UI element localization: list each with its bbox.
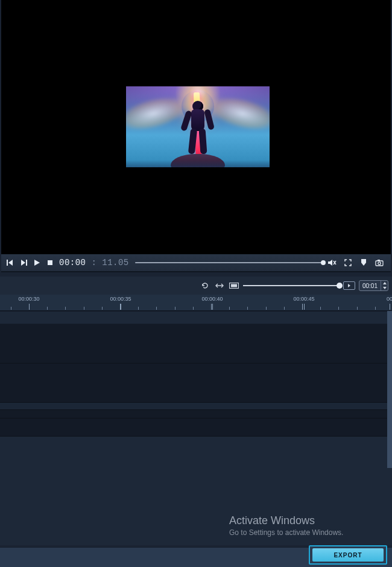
marker-down-button[interactable] — [358, 257, 369, 268]
svg-marker-9 — [361, 259, 366, 266]
svg-marker-16 — [383, 282, 387, 284]
svg-marker-2 — [21, 260, 25, 266]
track-empty-area — [0, 437, 392, 545]
svg-marker-4 — [34, 260, 40, 266]
export-button-wrap: EXPORT — [309, 545, 387, 565]
timecode-total: 11.05 — [102, 258, 129, 267]
ruler-label: 00:00:30 — [18, 296, 39, 302]
tracks-scrollbar-thumb[interactable] — [387, 311, 392, 468]
timecode-current: 00:00 — [59, 258, 86, 267]
track-separator-2 — [0, 410, 392, 418]
seek-bar[interactable] — [135, 262, 323, 263]
time-step-down[interactable] — [381, 286, 388, 290]
timecode-display: 00:00 : 11.05 — [59, 258, 129, 267]
mute-button[interactable] — [327, 257, 338, 268]
preview-frame — [126, 86, 270, 167]
undo-button[interactable] — [200, 280, 210, 291]
svg-marker-1 — [8, 260, 13, 266]
preview-mode-button[interactable] — [343, 281, 355, 290]
ruler-label: 00:00:45 — [293, 296, 314, 302]
svg-rect-0 — [7, 260, 8, 266]
svg-rect-3 — [26, 260, 27, 266]
track-separator-1 — [0, 403, 392, 410]
prev-button[interactable] — [5, 257, 16, 268]
export-button[interactable]: EXPORT — [312, 548, 384, 562]
zoom-slider-head[interactable] — [337, 283, 343, 289]
track-gap-top — [0, 311, 392, 324]
ruler-label: 00:00:40 — [201, 296, 223, 302]
tracks-vertical-scrollbar[interactable] — [387, 311, 392, 468]
preview-area — [1, 0, 391, 254]
play-button[interactable] — [31, 257, 42, 268]
ruler-label: 00 — [387, 296, 392, 302]
seek-head[interactable] — [321, 260, 326, 265]
export-label: EXPORT — [334, 552, 362, 559]
svg-rect-5 — [48, 260, 52, 265]
time-step-input[interactable]: 00:01 — [359, 280, 388, 291]
fullscreen-button[interactable] — [343, 257, 353, 268]
svg-marker-17 — [383, 287, 387, 289]
playback-bar: 00:00 : 11.05 — [1, 254, 391, 272]
svg-marker-6 — [328, 260, 332, 266]
snapshot-button[interactable] — [374, 257, 385, 268]
video-track-2[interactable] — [0, 364, 392, 403]
timeline-tracks — [0, 311, 392, 545]
time-step-value: 00:01 — [359, 283, 381, 289]
svg-point-12 — [378, 262, 381, 264]
zoom-slider[interactable] — [243, 285, 340, 286]
video-track-1[interactable] — [0, 324, 392, 364]
next-button[interactable] — [18, 257, 29, 268]
preview-canvas — [126, 0, 270, 254]
timeline-ruler[interactable]: 00:00:3000:00:3500:00:4000:00:4500 — [0, 295, 392, 311]
fit-width-button[interactable] — [214, 280, 225, 291]
stop-button[interactable] — [45, 257, 55, 268]
timeline-toolbar: 00:01 — [0, 277, 392, 295]
audio-track-1[interactable] — [0, 418, 392, 437]
svg-rect-11 — [378, 260, 380, 261]
ruler-label: 00:00:35 — [110, 296, 131, 302]
time-step-up[interactable] — [381, 281, 388, 286]
aspect-ratio-button[interactable] — [229, 280, 239, 291]
svg-rect-15 — [231, 284, 237, 287]
